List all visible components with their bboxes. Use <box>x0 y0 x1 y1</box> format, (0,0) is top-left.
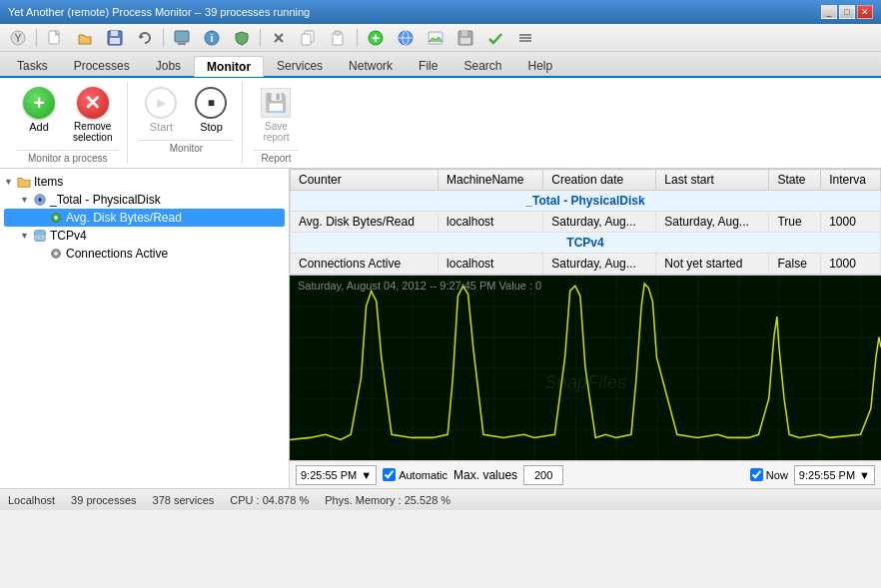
svg-rect-7 <box>175 31 189 42</box>
check-icon[interactable] <box>481 27 509 49</box>
minimize-button[interactable]: _ <box>821 5 837 19</box>
open-icon[interactable] <box>71 27 99 49</box>
total-physicaldisk-label: _Total - PhysicalDisk <box>50 193 161 207</box>
remove-label: Remove selection <box>73 121 112 143</box>
paste-icon[interactable] <box>325 27 353 49</box>
tree-root[interactable]: ▼ Items <box>4 173 285 191</box>
status-host: Localhost <box>8 494 55 506</box>
cell-interval-2: 1000 <box>821 254 881 275</box>
col-state: State <box>769 170 821 191</box>
status-cpu: CPU : 04.878 % <box>230 494 309 506</box>
image-icon[interactable] <box>422 27 449 49</box>
svg-text:+: + <box>372 30 380 46</box>
stop-label: Stop <box>200 121 223 133</box>
status-bar: Localhost 39 processes 378 services CPU … <box>0 488 881 510</box>
add-button[interactable]: + Add <box>16 82 62 148</box>
add-green-icon[interactable]: + <box>362 27 390 49</box>
table-row[interactable]: Avg. Disk Bytes/Read localhost Saturday,… <box>291 212 881 233</box>
col-machinename: MachineName <box>439 170 543 191</box>
automatic-label: Automatic <box>399 469 447 481</box>
tab-services[interactable]: Services <box>264 55 336 76</box>
play-circle-icon: ▶ <box>145 87 177 119</box>
start-icon: ▶ <box>145 87 177 119</box>
tab-processes[interactable]: Processes <box>61 55 143 76</box>
end-time-dropdown[interactable]: 9:25:55 PM ▼ <box>794 465 875 485</box>
add-icon: + <box>23 87 55 119</box>
tab-help[interactable]: Help <box>514 55 565 76</box>
group-label-physicaldisk: _Total - PhysicalDisk <box>291 191 881 212</box>
total-expand: ▼ <box>20 195 32 205</box>
menu-icon[interactable] <box>511 27 539 49</box>
cell-counter-2: Connections Active <box>291 254 439 275</box>
maximize-button[interactable]: □ <box>839 5 855 19</box>
tree-tcpv4[interactable]: ▼ TCP TCPv4 <box>4 227 285 245</box>
window-controls: _ □ ✕ <box>821 5 873 19</box>
root-folder-icon <box>16 174 32 190</box>
nav-tabs: Tasks Processes Jobs Monitor Services Ne… <box>0 52 881 78</box>
action-group-monitor: ▶ Start ■ Stop Monitor <box>130 82 243 164</box>
main-content: ▼ Items ▼ _Total - PhysicalDisk Avg. Dis… <box>0 169 881 488</box>
remove-selection-button[interactable]: ✕ Remove selection <box>66 82 119 148</box>
stop-button[interactable]: ■ Stop <box>188 82 234 138</box>
save-rect-icon: 💾 <box>261 88 291 118</box>
tab-jobs[interactable]: Jobs <box>143 55 194 76</box>
copy-icon[interactable] <box>295 27 323 49</box>
start-time-dropdown[interactable]: 9:25:55 PM ▼ <box>296 465 377 485</box>
save-report-icon: 💾 <box>260 87 292 119</box>
svg-rect-22 <box>429 32 442 44</box>
avg-monitor-icon <box>48 210 64 226</box>
app-logo: Y <box>4 27 32 49</box>
data-table: Counter MachineName Creation date Last s… <box>290 169 881 275</box>
start-label: Start <box>150 121 173 133</box>
avg-disk-bytes-label: Avg. Disk Bytes/Read <box>66 211 182 225</box>
max-values-input[interactable] <box>523 465 563 485</box>
tree-avg-disk-bytes-read[interactable]: Avg. Disk Bytes/Read <box>4 209 285 227</box>
tab-file[interactable]: File <box>406 55 450 76</box>
group-row-physicaldisk: _Total - PhysicalDisk <box>291 191 881 212</box>
group-label-report: Report <box>253 150 299 164</box>
col-counter: Counter <box>291 170 439 191</box>
cell-laststart-1: Saturday, Aug... <box>656 212 769 233</box>
menu-toolbar: Y i + <box>0 24 881 52</box>
tab-monitor[interactable]: Monitor <box>194 56 264 77</box>
automatic-checkbox[interactable] <box>383 468 396 481</box>
close-button[interactable]: ✕ <box>857 5 873 19</box>
now-checkbox[interactable] <box>750 468 763 481</box>
tree-total-physicaldisk[interactable]: ▼ _Total - PhysicalDisk <box>4 191 285 209</box>
stop-icon: ■ <box>195 87 227 119</box>
action-group-report: 💾 Save report Report <box>245 82 307 164</box>
automatic-checkbox-label: Automatic <box>383 468 447 481</box>
globe-icon[interactable] <box>392 27 420 49</box>
svg-rect-14 <box>302 34 311 45</box>
tab-network[interactable]: Network <box>336 55 406 76</box>
chart-area: Saturday, August 04, 2012 -- 9:27:45 PM … <box>290 276 881 460</box>
chart-svg: SnapFiles <box>290 276 881 460</box>
tab-tasks[interactable]: Tasks <box>4 55 61 76</box>
cut-icon[interactable] <box>265 27 293 49</box>
start-button[interactable]: ▶ Start <box>138 82 184 138</box>
info-icon[interactable]: i <box>198 27 226 49</box>
svg-text:TCP: TCP <box>34 234 46 241</box>
process-icon[interactable] <box>168 27 196 49</box>
tcpv4-icon: TCP <box>32 228 48 244</box>
right-panel: Counter MachineName Creation date Last s… <box>290 169 881 488</box>
cell-laststart-2: Not yet started <box>656 254 769 275</box>
svg-rect-4 <box>111 31 118 36</box>
new-icon[interactable] <box>41 27 69 49</box>
table-row[interactable]: Connections Active localhost Saturday, A… <box>291 254 881 275</box>
svg-rect-8 <box>178 43 186 45</box>
svg-rect-26 <box>460 38 470 44</box>
toolbar-separator-1 <box>36 29 37 47</box>
cell-creation-2: Saturday, Aug... <box>543 254 656 275</box>
floppy-icon[interactable] <box>451 27 479 49</box>
action-toolbar: + Add ✕ Remove selection Monitor a proce… <box>0 78 881 169</box>
tab-search[interactable]: Search <box>450 55 514 76</box>
shield-icon[interactable] <box>228 27 256 49</box>
save-icon[interactable] <box>101 27 129 49</box>
col-interval: Interva <box>821 170 881 191</box>
save-report-button[interactable]: 💾 Save report <box>253 82 299 148</box>
cell-counter-1: Avg. Disk Bytes/Read <box>291 212 439 233</box>
tree-connections-active[interactable]: Connections Active <box>4 245 285 263</box>
remove-circle-icon: ✕ <box>77 87 109 119</box>
undo-icon[interactable] <box>131 27 159 49</box>
